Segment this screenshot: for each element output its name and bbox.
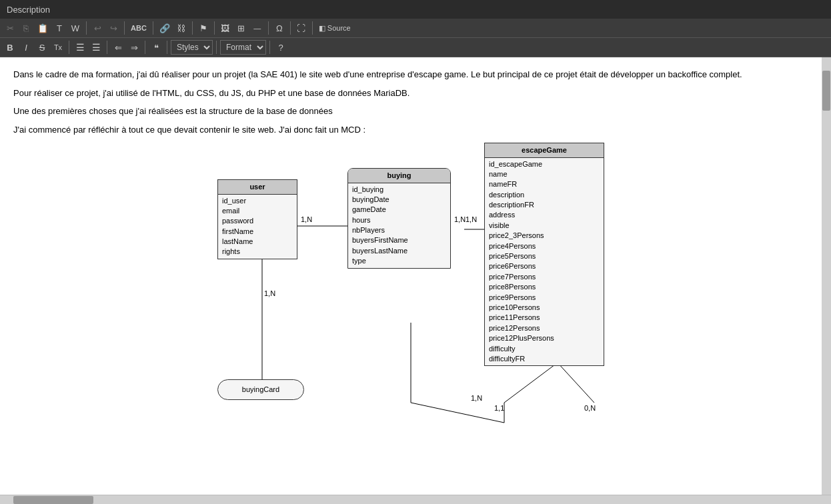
help-button[interactable]: ? (273, 40, 288, 55)
escape-game-table: escapeGame id_escapeGame name nameFR des… (484, 143, 604, 366)
italic-button[interactable]: I (19, 40, 33, 55)
vertical-scrollbar[interactable] (822, 57, 831, 495)
source-button[interactable]: ◧Source (316, 21, 353, 35)
undo-button[interactable]: ↩ (90, 21, 105, 35)
special-char-button[interactable]: Ω (272, 21, 287, 35)
separator13 (216, 41, 217, 54)
fullscreen-button[interactable]: ⛶ (294, 21, 309, 35)
buying-table: buying id_buying buyingDate gameDate hou… (347, 168, 451, 269)
copy-button[interactable]: ⎘ (19, 21, 33, 35)
escape-game-table-header: escapeGame (485, 143, 604, 158)
toolbar-row2: B I S Tx ☰ ☰ ⇐ ⇒ ❝ Styles (0, 38, 831, 57)
svg-line-7 (411, 403, 504, 423)
unordered-list-button[interactable]: ☰ (89, 40, 103, 55)
styles-select[interactable]: Styles (171, 40, 213, 55)
paragraph-4: J'ai commencé par réfléchir à tout ce qu… (13, 123, 808, 137)
cardinality-escape-bottom-left: 1,1 (494, 403, 504, 414)
separator10 (107, 41, 107, 54)
ordered-list-button[interactable]: ☰ (73, 40, 87, 55)
cut-button[interactable]: ✂ (3, 21, 17, 35)
separator11 (145, 41, 145, 54)
indent-button[interactable]: ⇒ (127, 40, 141, 55)
buying-card-table: buyingCard (217, 379, 304, 400)
user-table-body: id_user email password firstName lastNam… (218, 195, 297, 259)
separator8 (312, 21, 313, 35)
separator2 (124, 21, 125, 35)
paragraph-1: Dans le cadre de ma formation, j'ai dû r… (13, 68, 808, 81)
cardinality-user-vertical: 1,N (264, 288, 275, 299)
buying-card-table-header: buyingCard (242, 385, 279, 393)
paste-text-button[interactable]: T (52, 21, 67, 35)
link-button[interactable]: 🔗 (157, 21, 173, 35)
scrollbar-thumb-v[interactable] (822, 71, 830, 111)
paragraph-2: Pour réaliser ce projet, j'ai utilisé de… (13, 87, 808, 100)
scrollbar-thumb-h[interactable] (13, 496, 93, 504)
horizontal-rule-button[interactable]: — (250, 21, 265, 35)
separator1 (86, 21, 87, 35)
separator6 (268, 21, 269, 35)
paragraph-3: Une des premières choses que j'ai réalis… (13, 105, 808, 118)
toolbar: ✂ ⎘ 📋 T W ↩ ↪ ABC 🔗 ⛓ ⚑ 🖼 ⊞ — Ω ⛶ ◧S (0, 19, 831, 57)
redo-button[interactable]: ↪ (106, 21, 121, 35)
cardinality-buying-bottom: 1,N (471, 393, 482, 404)
user-table-header: user (218, 180, 297, 195)
separator3 (153, 21, 153, 35)
spellcheck-button[interactable]: ABC (128, 21, 149, 35)
horizontal-scrollbar[interactable] (0, 495, 831, 504)
separator14 (269, 41, 270, 54)
escape-game-table-body: id_escapeGame name nameFR description de… (485, 158, 604, 366)
cardinality-escape-bottom-right: 0,N (584, 403, 596, 414)
main-window: Description ✂ ⎘ 📋 T W ↩ ↪ ABC 🔗 ⛓ ⚑ 🖼 ⊞ … (0, 0, 831, 504)
title-bar: Description (0, 0, 831, 19)
separator4 (192, 21, 193, 35)
user-table: user id_user email password firstName la… (217, 179, 297, 259)
paste-button[interactable]: 📋 (35, 21, 51, 35)
separator7 (290, 21, 291, 35)
editor-wrapper: Dans le cadre de ma formation, j'ai dû r… (0, 57, 831, 495)
cardinality-buying-left: 1,N (454, 214, 466, 225)
strikethrough-button[interactable]: S (35, 40, 49, 55)
cardinality-buying-escape: 1,N (466, 214, 477, 225)
bold-button[interactable]: B (3, 40, 17, 55)
svg-line-5 (558, 363, 594, 403)
blockquote-button[interactable]: ❝ (149, 40, 163, 55)
remove-format-button[interactable]: Tx (51, 40, 65, 55)
outdent-button[interactable]: ⇐ (111, 40, 125, 55)
window-title: Description (7, 5, 50, 15)
cardinality-user-buying-left: 1,N (301, 214, 312, 225)
unlink-button[interactable]: ⛓ (174, 21, 189, 35)
separator5 (214, 21, 215, 35)
svg-line-4 (504, 363, 558, 403)
table-button[interactable]: ⊞ (234, 21, 249, 35)
anchor-button[interactable]: ⚑ (196, 21, 211, 35)
format-select[interactable]: Format (220, 40, 266, 55)
buying-table-header: buying (348, 169, 450, 183)
separator9 (69, 41, 69, 54)
mcd-diagram: user id_user email password firstName la… (177, 143, 644, 449)
paste-word-button[interactable]: W (68, 21, 83, 35)
separator12 (167, 41, 167, 54)
editor-content[interactable]: Dans le cadre de ma formation, j'ai dû r… (0, 57, 822, 495)
toolbar-row1: ✂ ⎘ 📋 T W ↩ ↪ ABC 🔗 ⛓ ⚑ 🖼 ⊞ — Ω ⛶ ◧S (0, 19, 831, 38)
image-button[interactable]: 🖼 (218, 21, 233, 35)
buying-table-body: id_buying buyingDate gameDate hours nbPl… (348, 183, 450, 268)
